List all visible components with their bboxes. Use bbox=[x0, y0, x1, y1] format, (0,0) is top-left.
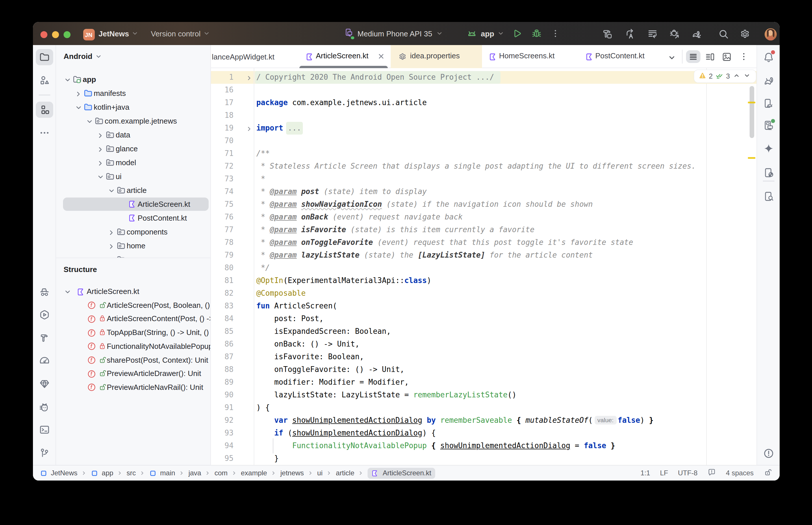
debug-button[interactable] bbox=[531, 28, 542, 39]
apply-code-changes-button[interactable] bbox=[647, 28, 658, 40]
project-tree-item-data[interactable]: data bbox=[56, 128, 210, 141]
highlight-level-widget[interactable] bbox=[707, 468, 716, 478]
profiler-tool-button[interactable] bbox=[35, 284, 53, 300]
more-tool-windows-button[interactable] bbox=[35, 125, 53, 141]
running-devices-tool-button[interactable] bbox=[760, 117, 777, 133]
settings-button[interactable] bbox=[739, 28, 751, 40]
structure-root-item[interactable]: ArticleScreen.kt bbox=[56, 285, 210, 298]
project-tree-item-interests[interactable] bbox=[56, 253, 210, 257]
project-tree-item-com-example-jetnews[interactable]: com.example.jetnews bbox=[56, 114, 210, 127]
breadcrumb-item[interactable]: jetnews bbox=[280, 469, 304, 477]
breadcrumb-item[interactable]: com bbox=[215, 469, 227, 477]
tab-glanceappwidget[interactable]: lanceAppWidget.kt bbox=[211, 45, 275, 68]
terminal-tool-button[interactable] bbox=[35, 422, 53, 438]
profiler-gauge-tool-button[interactable] bbox=[35, 353, 53, 369]
tab-homescreens[interactable]: HomeScreens.kt bbox=[482, 45, 564, 68]
project-tree-item-model[interactable]: model bbox=[56, 156, 210, 169]
apply-changes-button[interactable] bbox=[624, 28, 636, 40]
code-editor[interactable]: 1/ Copyright 2020 The Android Open Sourc… bbox=[211, 68, 756, 465]
warning-count[interactable]: 2 bbox=[709, 72, 713, 80]
structure-panel-header[interactable]: Structure bbox=[63, 265, 97, 274]
breadcrumb-item[interactable]: src bbox=[127, 469, 136, 477]
traffic-light-zoom[interactable] bbox=[63, 31, 70, 38]
project-badge[interactable]: JN bbox=[83, 29, 94, 41]
project-tree-item-manifests[interactable]: manifests bbox=[56, 87, 210, 100]
error-stripe-mark[interactable] bbox=[748, 157, 755, 159]
build-tool-button[interactable] bbox=[35, 330, 53, 346]
project-tree-item-glance[interactable]: glance bbox=[56, 142, 210, 155]
project-panel-header[interactable]: Android bbox=[63, 52, 102, 61]
breadcrumb-item[interactable]: java bbox=[188, 469, 201, 477]
run-configuration[interactable]: app bbox=[467, 22, 504, 45]
tab-articlescreen[interactable]: ArticleScreen.kt bbox=[297, 45, 390, 68]
fold-arrow-icon[interactable] bbox=[246, 125, 253, 133]
search-everywhere-button[interactable] bbox=[718, 28, 729, 40]
typo-count[interactable]: 3 bbox=[726, 72, 730, 80]
project-tree-item-home[interactable]: home bbox=[56, 239, 210, 252]
structure-item[interactable]: PreviewArticleNavRail(): Unit bbox=[56, 381, 210, 394]
build-button[interactable] bbox=[602, 28, 613, 40]
structure-item[interactable]: sharePost(Post, Context): Unit bbox=[56, 354, 210, 367]
fold-arrow-icon[interactable] bbox=[246, 74, 253, 82]
project-tree-item-articlescreen-kt[interactable]: ArticleScreen.kt bbox=[56, 197, 210, 211]
indent-widget[interactable]: 4 spaces bbox=[726, 469, 754, 477]
resource-manager-tool-button[interactable] bbox=[35, 72, 53, 88]
line-ending-widget[interactable]: LF bbox=[660, 469, 668, 477]
structure-item[interactable]: ArticleScreenContent(Post, () -> Unit) bbox=[56, 313, 210, 326]
vcs-widget[interactable]: Version control bbox=[151, 22, 210, 45]
notifications-button[interactable] bbox=[760, 49, 777, 65]
prev-problem-button[interactable] bbox=[734, 72, 740, 80]
editor-more-button[interactable] bbox=[739, 51, 749, 64]
project-tree-item-components[interactable]: components bbox=[56, 225, 210, 239]
device-mirror-tool-button[interactable] bbox=[760, 164, 777, 180]
readonly-toggle[interactable] bbox=[764, 467, 773, 479]
breadcrumb-item[interactable]: main bbox=[149, 469, 175, 477]
caret-position-widget[interactable]: 1:1 bbox=[641, 469, 650, 477]
breadcrumb-item[interactable]: example bbox=[241, 469, 267, 477]
inspection-widget[interactable]: 2 3 bbox=[694, 70, 756, 82]
structure-item[interactable]: ArticleScreen(Post, Boolean, () -> Unit,… bbox=[56, 299, 210, 312]
traffic-light-minimize[interactable] bbox=[52, 31, 59, 38]
gradle-tool-button[interactable] bbox=[760, 72, 777, 88]
project-tool-button[interactable] bbox=[35, 49, 53, 65]
project-tree-item-ui[interactable]: ui bbox=[56, 170, 210, 183]
gemini-tool-button[interactable] bbox=[760, 140, 777, 156]
version-control-tool-button[interactable] bbox=[35, 445, 53, 461]
hidden-tabs-button[interactable] bbox=[668, 53, 676, 63]
problems-tool-button[interactable] bbox=[760, 445, 777, 462]
scrollbar-thumb[interactable] bbox=[749, 86, 754, 138]
project-tree-item-article[interactable]: article bbox=[56, 184, 210, 197]
project-tree-item-kotlin-java[interactable]: kotlin+java bbox=[56, 101, 210, 114]
encoding-widget[interactable]: UTF-8 bbox=[678, 469, 697, 477]
project-tree-item-app[interactable]: app bbox=[56, 73, 210, 86]
device-selector[interactable]: Medium Phone API 35 bbox=[343, 22, 443, 45]
close-icon[interactable] bbox=[377, 52, 385, 60]
breadcrumb-item[interactable]: JetNews bbox=[40, 469, 77, 477]
gradle-sync-button[interactable] bbox=[691, 28, 702, 40]
traffic-light-close[interactable] bbox=[40, 31, 47, 38]
project-widget[interactable]: JetNews bbox=[99, 22, 138, 45]
app-inspection-tool-button[interactable] bbox=[760, 188, 777, 205]
structure-item[interactable]: FunctionalityNotAvailablePopup(() -> Uni… bbox=[56, 340, 210, 353]
structure-item[interactable]: TopAppBar(String, () -> Unit, () -> Unit… bbox=[56, 326, 210, 339]
design-view-button[interactable] bbox=[721, 51, 732, 64]
breadcrumb-item[interactable]: ui bbox=[317, 469, 323, 477]
split-view-button[interactable] bbox=[705, 51, 715, 64]
error-stripe-mark[interactable] bbox=[748, 102, 755, 103]
tab-postcontent[interactable]: PostContent.kt bbox=[578, 45, 659, 68]
structure-tool-button[interactable] bbox=[35, 102, 53, 118]
next-problem-button[interactable] bbox=[744, 72, 750, 80]
breadcrumb-item[interactable]: app bbox=[91, 469, 113, 477]
services-tool-button[interactable] bbox=[35, 307, 53, 323]
code-view-button[interactable] bbox=[686, 50, 700, 63]
tab-idea-properties[interactable]: idea.properties bbox=[391, 45, 482, 68]
more-actions-button[interactable] bbox=[550, 28, 561, 39]
logcat-tool-button[interactable] bbox=[35, 399, 53, 415]
structure-item[interactable]: PreviewArticleDrawer(): Unit bbox=[56, 367, 210, 380]
run-button[interactable] bbox=[512, 28, 522, 39]
project-tree-item-postcontent-kt[interactable]: PostContent.kt bbox=[56, 211, 210, 225]
app-quality-insights-tool-button[interactable] bbox=[35, 376, 53, 392]
breadcrumb-item[interactable]: article bbox=[336, 469, 354, 477]
profile-app-button[interactable] bbox=[669, 28, 680, 40]
user-avatar[interactable] bbox=[764, 28, 777, 40]
